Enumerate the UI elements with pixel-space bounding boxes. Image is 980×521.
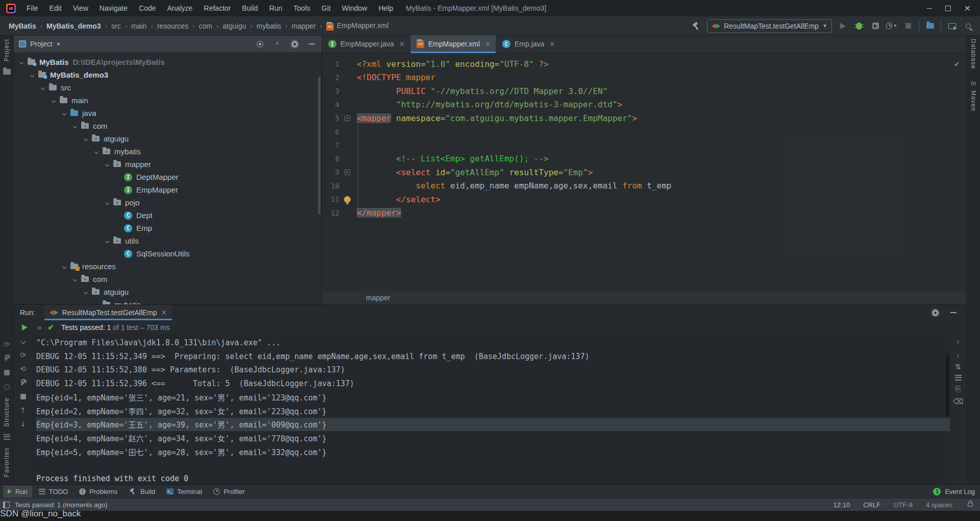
scroll-up-icon[interactable]: ↑ — [18, 405, 28, 415]
chevron-down-icon[interactable] — [73, 277, 77, 281]
chevron-down-icon[interactable] — [105, 239, 109, 243]
console-output[interactable]: "C:\Program Files\Java\jdk1.8.0_131\bin\… — [32, 334, 950, 484]
tool-window-button-todo[interactable]: TODO — [34, 486, 72, 498]
tool-window-button-run[interactable]: Run — [3, 486, 32, 498]
tool-window-button-terminal[interactable]: >_Terminal — [162, 486, 207, 498]
menu-code[interactable]: Code — [134, 3, 160, 14]
tree-item-mybatis[interactable]: mybatis — [14, 145, 322, 158]
code-area[interactable]: <?xml version="1.0" encoding="UTF-8" ?><… — [357, 53, 966, 291]
tree-item-resources[interactable]: resources — [14, 260, 322, 273]
menu-file[interactable]: File — [22, 3, 43, 14]
fold-icon[interactable]: ▾ — [345, 170, 350, 175]
scroll-down-icon[interactable]: ↓ — [18, 419, 28, 429]
chevron-down-icon[interactable] — [18, 336, 28, 346]
tree-item-main[interactable]: main — [14, 94, 322, 107]
clear-all-icon[interactable]: ⌫ — [953, 397, 963, 406]
hide-panel-icon[interactable] — [306, 38, 317, 50]
breadcrumb-item[interactable]: MyBatis_demo3 — [45, 21, 103, 31]
tree-item-empmapper[interactable]: IEmpMapper — [14, 183, 322, 196]
tree-item-mybatis[interactable]: MyBatisD:\IDEA\projects\MyBatis — [14, 56, 322, 68]
breadcrumb-item[interactable]: com — [198, 21, 214, 31]
menu-help[interactable]: Help — [374, 3, 398, 14]
close-icon[interactable]: ✕ — [399, 40, 405, 48]
chevron-down-icon[interactable] — [94, 302, 99, 304]
menu-view[interactable]: View — [68, 3, 93, 14]
collapse-all-icon[interactable] — [272, 38, 283, 50]
tree-item-utils[interactable]: utils — [14, 234, 322, 247]
project-folder-icon[interactable] — [2, 66, 12, 77]
editor-breadcrumb[interactable]: mapper — [322, 291, 966, 304]
build-hammer-icon[interactable] — [691, 20, 702, 32]
menu-tools[interactable]: Tools — [289, 3, 315, 14]
maven-icon[interactable]: m — [971, 79, 976, 87]
chevron-down-icon[interactable] — [105, 200, 109, 204]
menu-build[interactable]: Build — [237, 3, 262, 14]
line-ending-indicator[interactable]: CRLF — [863, 501, 880, 509]
scroll-to-end-icon[interactable] — [955, 375, 962, 381]
rerun-failed-icon[interactable]: ⟲ — [18, 364, 28, 374]
console-scrollbar[interactable] — [946, 354, 949, 416]
close-button[interactable]: ✕ — [964, 4, 971, 13]
locate-file-icon[interactable] — [254, 38, 265, 50]
chevron-down-icon[interactable] — [62, 111, 66, 115]
todo-strip-icon[interactable] — [2, 432, 12, 442]
settings-gear-icon[interactable] — [289, 38, 300, 50]
run-configuration-select[interactable]: ResultMapTest.testGetAllEmp ▼ — [707, 19, 832, 33]
tree-item-java[interactable]: java — [14, 107, 322, 120]
menu-analyze[interactable]: Analyze — [163, 3, 198, 14]
breadcrumb-item[interactable]: main — [130, 21, 148, 31]
tree-item-pojo[interactable]: pojo — [14, 196, 322, 209]
chevron-down-icon[interactable] — [41, 85, 45, 89]
menu-git[interactable]: Git — [317, 3, 335, 14]
chevron-down-icon[interactable] — [62, 264, 66, 268]
run-play-icon[interactable] — [19, 322, 30, 333]
minimize-button[interactable]: ─ — [927, 4, 932, 12]
editor-tab[interactable]: <>EmpMapper.xml✕ — [410, 35, 496, 53]
event-log-button[interactable]: 1 Event Log — [933, 488, 975, 495]
run-anything-icon[interactable] — [946, 20, 958, 32]
chevron-down-icon[interactable] — [30, 73, 34, 77]
inspections-ok-icon[interactable]: ✔ — [954, 59, 959, 68]
chevron-down-icon[interactable] — [94, 149, 99, 153]
menu-navigate[interactable]: Navigate — [95, 3, 132, 14]
rerun-icon[interactable]: ⟳ — [18, 350, 28, 360]
tree-item-dept[interactable]: CDept — [14, 209, 322, 222]
chevron-down-icon[interactable]: ▼ — [56, 41, 61, 47]
tree-item-mapper[interactable]: mapper — [14, 158, 322, 171]
tool-window-button-problems[interactable]: !Problems — [75, 486, 122, 498]
breadcrumb-mapper[interactable]: mapper — [366, 294, 390, 302]
hide-panel-icon[interactable] — [948, 307, 959, 318]
chevron-down-icon[interactable] — [19, 60, 23, 64]
services-strip-icon[interactable] — [2, 353, 12, 364]
chevron-down-icon[interactable] — [52, 98, 56, 102]
tree-item-mybatis[interactable]: mybatis — [14, 298, 322, 304]
debug-button[interactable] — [853, 20, 865, 32]
tree-item-com[interactable]: com — [14, 120, 322, 132]
tool-strip-structure[interactable]: Structure — [3, 394, 10, 430]
chevron-down-icon[interactable] — [84, 136, 88, 140]
breadcrumb-item[interactable]: MyBatis — [7, 21, 38, 31]
breadcrumb-item[interactable]: mybatis — [255, 21, 283, 31]
tool-strip-database[interactable]: Database — [970, 36, 977, 72]
close-icon[interactable]: ✕ — [161, 309, 167, 317]
chevron-down-icon[interactable] — [73, 124, 77, 128]
menu-edit[interactable]: Edit — [45, 3, 66, 14]
camera-strip-icon[interactable] — [2, 382, 12, 392]
tree-item-mybatis_demo3[interactable]: MyBatis_demo3 — [14, 68, 322, 81]
breadcrumb-item[interactable]: <>EmpMapper.xml — [325, 20, 390, 32]
tool-window-button-profiler[interactable]: Profiler — [209, 486, 249, 498]
tree-scrollbar[interactable] — [318, 77, 321, 215]
editor-tab[interactable]: CEmp.java✕ — [496, 35, 560, 53]
encoding-indicator[interactable]: UTF-8 — [894, 501, 913, 509]
tree-item-com[interactable]: com — [14, 273, 322, 286]
tree-item-deptmapper[interactable]: IDeptMapper — [14, 171, 322, 183]
tool-strip-maven[interactable]: Maven — [970, 87, 977, 114]
tree-item-atguigu[interactable]: atguigu — [14, 132, 322, 145]
intention-bulb-icon[interactable] — [344, 196, 351, 203]
breadcrumb-item[interactable]: resources — [156, 21, 190, 31]
profiler-button[interactable]: ▼ — [886, 20, 897, 32]
build-strip-icon[interactable] — [2, 368, 12, 378]
show-passed-icon[interactable]: » — [37, 323, 40, 331]
editor-body[interactable]: 12345▾6789▾101112 <?xml version="1.0" en… — [322, 53, 966, 291]
chevron-down-icon[interactable] — [84, 290, 88, 294]
